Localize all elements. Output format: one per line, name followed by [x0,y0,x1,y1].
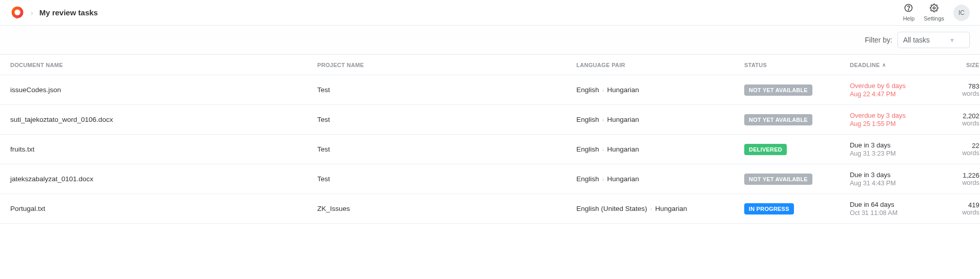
chevron-right-icon: › [602,176,604,182]
svg-point-3 [908,10,909,10]
app-logo-icon[interactable] [10,6,25,20]
document-name-cell: jatekszabalyzat_0101.docx [10,175,317,183]
filter-select[interactable]: All tasks ▾ [897,32,970,48]
help-icon [904,4,913,14]
size-count: 783 [968,82,979,90]
header-left: › My review tasks [10,6,98,20]
language-from: English [576,145,599,153]
size-cell: 2,202 words [936,112,979,127]
deadline-cell: Due in 3 days Aug 31 4:43 PM [850,171,936,187]
page-title: My review tasks [39,8,98,17]
deadline-cell: Overdue by 3 days Aug 25 1:55 PM [850,112,936,127]
settings-label: Settings [924,15,944,22]
filter-bar: Filter by: All tasks ▾ [0,26,980,55]
document-name-cell: fruits.txt [10,145,317,153]
settings-button[interactable]: Settings [924,4,944,22]
deadline-absolute: Aug 31 4:43 PM [850,180,936,187]
project-name-cell: Test [317,175,576,183]
deadline-cell: Due in 64 days Oct 31 11:08 AM [850,201,936,217]
col-language-pair[interactable]: LANGUAGE PAIR [576,62,744,68]
svg-point-1 [14,9,20,15]
project-name-cell: Test [317,145,576,153]
size-count: 2,202 [963,112,979,120]
chevron-right-icon: › [602,146,604,153]
table-row[interactable]: issueCodes.json Test English › Hungarian… [0,75,980,105]
document-name-cell: Portugal.txt [10,205,317,212]
svg-point-4 [933,7,935,9]
breadcrumb-separator-icon: › [31,9,33,17]
deadline-absolute: Aug 22 4:47 PM [850,91,936,98]
chevron-right-icon: › [602,87,604,93]
col-document-name[interactable]: DOCUMENT NAME [10,62,317,68]
deadline-relative: Due in 3 days [850,171,936,179]
status-badge: NOT YET AVAILABLE [744,174,812,185]
table-row[interactable]: jatekszabalyzat_0101.docx Test English ›… [0,164,980,194]
size-cell: 22 words [936,142,979,157]
filter-selected-value: All tasks [903,36,930,44]
project-name-cell: Test [317,86,576,94]
col-deadline[interactable]: DEADLINE ∧ [850,62,936,68]
help-button[interactable]: Help [903,4,915,22]
status-cell: NOT YET AVAILABLE [744,84,850,96]
status-badge: DELIVERED [744,144,787,155]
size-count: 419 [968,201,979,209]
status-badge: NOT YET AVAILABLE [744,114,812,125]
size-count: 22 [972,142,979,149]
language-from: English [576,116,599,123]
col-status[interactable]: STATUS [744,62,850,68]
deadline-absolute: Aug 31 3:23 PM [850,150,936,157]
table-header: DOCUMENT NAME PROJECT NAME LANGUAGE PAIR… [0,55,980,75]
language-to: Hungarian [607,116,639,123]
deadline-absolute: Aug 25 1:55 PM [850,120,936,127]
document-name-cell: suti_tajekoztato_word_0106.docx [10,116,317,123]
project-name-cell: ZK_Issues [317,205,576,212]
sort-ascending-icon: ∧ [882,62,886,68]
size-unit: words [962,209,979,216]
help-label: Help [903,15,915,22]
filter-label: Filter by: [865,36,892,44]
language-pair-cell: English (United States) › Hungarian [576,205,744,212]
language-to: Hungarian [607,175,639,183]
size-unit: words [962,90,979,97]
size-unit: words [962,149,979,157]
project-name-cell: Test [317,116,576,123]
size-unit: words [962,179,979,186]
col-deadline-label: DEADLINE [850,62,880,68]
language-to: Hungarian [655,205,687,212]
status-cell: NOT YET AVAILABLE [744,174,850,185]
size-cell: 1,226 words [936,171,979,186]
language-pair-cell: English › Hungarian [576,86,744,94]
size-cell: 419 words [936,201,979,216]
language-pair-cell: English › Hungarian [576,175,744,183]
status-cell: DELIVERED [744,144,850,155]
col-size[interactable]: SIZE [936,62,979,68]
deadline-relative: Due in 3 days [850,141,936,149]
chevron-right-icon: › [602,117,604,123]
col-project-name[interactable]: PROJECT NAME [317,62,576,68]
table-row[interactable]: fruits.txt Test English › Hungarian DELI… [0,135,980,164]
table-body: issueCodes.json Test English › Hungarian… [0,75,980,224]
size-count: 1,226 [963,171,979,179]
size-cell: 783 words [936,82,979,97]
header-right: Help Settings IC [903,4,970,22]
language-to: Hungarian [607,86,639,94]
table-row[interactable]: Portugal.txt ZK_Issues English (United S… [0,194,980,224]
language-from: English [576,175,599,183]
language-pair-cell: English › Hungarian [576,145,744,153]
deadline-cell: Overdue by 6 days Aug 22 4:47 PM [850,82,936,98]
chevron-right-icon: › [650,206,652,212]
language-from: English (United States) [576,205,647,212]
document-name-cell: issueCodes.json [10,86,317,94]
chevron-down-icon: ▾ [950,36,954,44]
deadline-relative: Due in 64 days [850,201,936,208]
language-pair-cell: English › Hungarian [576,116,744,123]
table-row[interactable]: suti_tajekoztato_word_0106.docx Test Eng… [0,105,980,135]
user-avatar[interactable]: IC [953,5,970,21]
language-to: Hungarian [607,145,639,153]
status-cell: IN PROGRESS [744,203,850,214]
size-unit: words [962,120,979,127]
app-header: › My review tasks Help Settings IC [0,0,980,26]
gear-icon [930,4,938,14]
language-from: English [576,86,599,94]
deadline-cell: Due in 3 days Aug 31 3:23 PM [850,141,936,157]
